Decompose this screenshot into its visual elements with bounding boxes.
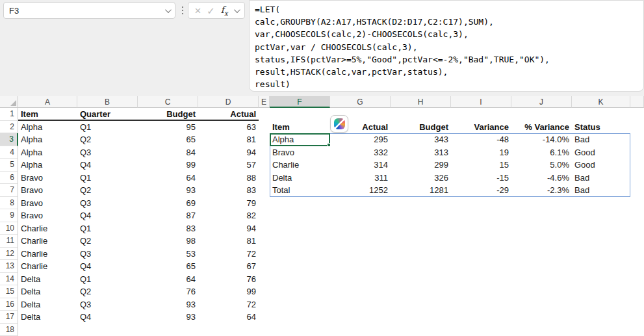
name-box[interactable]: F3 <box>3 2 175 19</box>
source-table-cell-D14[interactable]: 76 <box>198 273 259 286</box>
source-table-cell-D12[interactable]: 72 <box>198 248 259 261</box>
source-table-cell-B6[interactable]: Q1 <box>77 172 138 185</box>
source-table-cell-D17[interactable]: 64 <box>198 311 259 324</box>
source-table-cell-A3[interactable]: Alpha <box>18 133 77 146</box>
result-table-cell-G5[interactable]: 314 <box>330 159 391 172</box>
source-table-cell-B9[interactable]: Q4 <box>77 209 138 222</box>
source-table-cell-C6[interactable]: 64 <box>138 172 198 185</box>
result-table-header-K2[interactable]: Status <box>572 121 630 134</box>
row-header-9[interactable]: 9 <box>0 209 18 222</box>
source-table-cell-C10[interactable]: 83 <box>138 222 198 235</box>
column-header-B[interactable]: B <box>77 96 138 108</box>
result-table-header-J2[interactable]: % Variance <box>511 121 572 134</box>
row-header-5[interactable]: 5 <box>0 159 18 172</box>
row-header-15[interactable]: 15 <box>0 285 18 298</box>
row-header-10[interactable]: 10 <box>0 222 18 235</box>
source-table-cell-B2[interactable]: Q1 <box>77 121 138 134</box>
source-table-cell-C3[interactable]: 65 <box>138 133 198 146</box>
result-table-cell-H3[interactable]: 343 <box>391 133 451 146</box>
source-table-cell-C5[interactable]: 99 <box>138 159 198 172</box>
result-table-cell-H6[interactable]: 326 <box>391 172 451 185</box>
insert-function-icon[interactable]: fx <box>221 5 228 17</box>
source-table-cell-C16[interactable]: 93 <box>138 298 198 311</box>
source-table-cell-D2[interactable]: 63 <box>198 121 259 134</box>
column-header-D[interactable]: D <box>198 96 259 108</box>
source-table-cell-C13[interactable]: 65 <box>138 260 198 273</box>
source-table-cell-C15[interactable]: 76 <box>138 285 198 298</box>
source-table-cell-D15[interactable]: 99 <box>198 285 259 298</box>
result-table-cell-F4[interactable]: Bravo <box>270 146 330 159</box>
row-header-16[interactable]: 16 <box>0 298 18 311</box>
source-table-cell-B11[interactable]: Q2 <box>77 235 138 248</box>
result-table-cell-H7[interactable]: 1281 <box>391 184 451 197</box>
select-all-corner[interactable] <box>0 96 18 108</box>
source-table-cell-C8[interactable]: 69 <box>138 197 198 210</box>
chevron-down-icon[interactable] <box>165 6 172 13</box>
source-table-cell-D4[interactable]: 94 <box>198 146 259 159</box>
row-header-18[interactable]: 18 <box>0 324 18 336</box>
more-options-icon[interactable] <box>179 2 186 19</box>
result-table-cell-F7[interactable]: Total <box>270 184 330 197</box>
source-table-cell-B7[interactable]: Q2 <box>77 184 138 197</box>
result-table-cell-J5[interactable]: 5.0% <box>511 159 572 172</box>
row-header-1[interactable]: 1 <box>0 108 18 121</box>
source-table-cell-A10[interactable]: Charlie <box>18 222 77 235</box>
chevron-down-icon[interactable] <box>233 6 240 13</box>
source-table-header-C1[interactable]: Budget <box>138 108 198 121</box>
column-header-partial[interactable] <box>630 96 644 108</box>
result-table-cell-J4[interactable]: 6.1% <box>511 146 572 159</box>
row-header-6[interactable]: 6 <box>0 172 18 185</box>
source-table-cell-C12[interactable]: 53 <box>138 248 198 261</box>
row-header-17[interactable]: 17 <box>0 311 18 324</box>
result-table-cell-G6[interactable]: 311 <box>330 172 391 185</box>
formula-bar[interactable]: =LET( calc,GROUPBY(A2:A17,HSTACK(D2:D17,… <box>249 0 644 92</box>
result-table-cell-I3[interactable]: -48 <box>451 133 511 146</box>
result-table-cell-I5[interactable]: 15 <box>451 159 511 172</box>
result-table-cell-I6[interactable]: -15 <box>451 172 511 185</box>
source-table-cell-A8[interactable]: Bravo <box>18 197 77 210</box>
source-table-cell-C17[interactable]: 93 <box>138 311 198 324</box>
source-table-header-D1[interactable]: Actual <box>198 108 259 121</box>
active-cell-border[interactable] <box>270 133 330 146</box>
source-table-cell-D13[interactable]: 67 <box>198 260 259 273</box>
column-header-G[interactable]: G <box>330 96 391 108</box>
result-table-cell-H4[interactable]: 313 <box>391 146 451 159</box>
source-table-cell-D7[interactable]: 83 <box>198 184 259 197</box>
source-table-header-A1[interactable]: Item <box>18 108 77 121</box>
source-table-cell-C9[interactable]: 87 <box>138 209 198 222</box>
source-table-cell-D11[interactable]: 81 <box>198 235 259 248</box>
column-header-J[interactable]: J <box>511 96 572 108</box>
source-table-cell-B10[interactable]: Q1 <box>77 222 138 235</box>
source-table-cell-B15[interactable]: Q2 <box>77 285 138 298</box>
source-table-cell-D8[interactable]: 79 <box>198 197 259 210</box>
row-header-3[interactable]: 3 <box>0 133 18 146</box>
column-header-I[interactable]: I <box>451 96 511 108</box>
result-table-cell-J3[interactable]: -14.0% <box>511 133 572 146</box>
source-table-cell-A14[interactable]: Delta <box>18 273 77 286</box>
source-table-cell-A12[interactable]: Charlie <box>18 248 77 261</box>
source-table-cell-A5[interactable]: Alpha <box>18 159 77 172</box>
result-table-cell-K6[interactable]: Bad <box>572 172 630 185</box>
row-header-13[interactable]: 13 <box>0 260 18 273</box>
source-table-cell-B8[interactable]: Q3 <box>77 197 138 210</box>
column-header-K[interactable]: K <box>572 96 630 108</box>
enter-icon[interactable]: ✓ <box>207 6 215 16</box>
column-header-H[interactable]: H <box>391 96 451 108</box>
source-table-cell-D9[interactable]: 82 <box>198 209 259 222</box>
result-table-cell-I7[interactable]: -29 <box>451 184 511 197</box>
fill-handle[interactable] <box>327 143 331 147</box>
source-table-cell-D10[interactable]: 94 <box>198 222 259 235</box>
result-table-header-I2[interactable]: Variance <box>451 121 511 134</box>
source-table-cell-D16[interactable]: 72 <box>198 298 259 311</box>
row-header-2[interactable]: 2 <box>0 121 18 134</box>
source-table-cell-D5[interactable]: 57 <box>198 159 259 172</box>
source-table-cell-B16[interactable]: Q3 <box>77 298 138 311</box>
column-header-A[interactable]: A <box>18 96 77 108</box>
column-header-E[interactable]: E <box>259 96 270 108</box>
row-header-12[interactable]: 12 <box>0 248 18 261</box>
column-header-C[interactable]: C <box>138 96 198 108</box>
result-table-cell-J7[interactable]: -2.3% <box>511 184 572 197</box>
source-table-cell-A7[interactable]: Bravo <box>18 184 77 197</box>
result-table-cell-J6[interactable]: -4.6% <box>511 172 572 185</box>
source-table-cell-C4[interactable]: 84 <box>138 146 198 159</box>
